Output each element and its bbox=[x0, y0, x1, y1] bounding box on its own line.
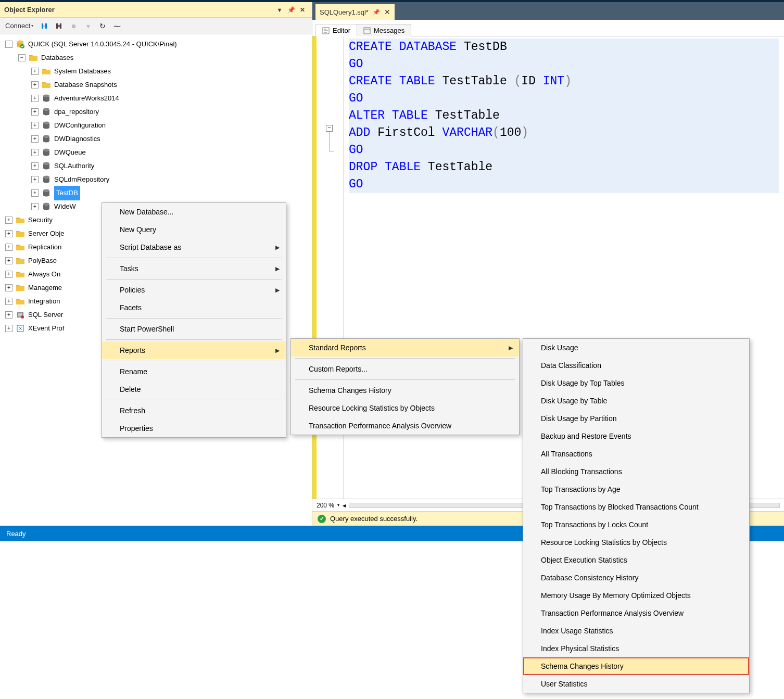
tree-node-db-adventureworks2014[interactable]: +AdventureWorks2014 bbox=[0, 92, 312, 105]
stop-icon[interactable]: ■ bbox=[68, 20, 79, 32]
tree-node-db-dpa_repository[interactable]: +dpa_repository bbox=[0, 105, 312, 119]
menu-item-refresh[interactable]: Refresh bbox=[102, 402, 286, 420]
code-line[interactable]: ALTER TABLE TestTable bbox=[349, 107, 779, 124]
menu-item-new-query[interactable]: New Query bbox=[102, 221, 286, 238]
expander-icon[interactable]: + bbox=[31, 149, 39, 156]
menu-item-script-database-as[interactable]: Script Database as▶ bbox=[102, 238, 286, 256]
tree-node-db-testdb[interactable]: +TestDB bbox=[0, 186, 312, 200]
menu-item-transaction-performance-analysis-overview[interactable]: Transaction Performance Analysis Overvie… bbox=[291, 417, 519, 435]
menu-item-properties[interactable]: Properties bbox=[102, 420, 286, 437]
tree-node-database-snapshots[interactable]: +Database Snapshots bbox=[0, 78, 312, 92]
filter-icon[interactable]: ▾ bbox=[82, 20, 94, 32]
refresh-icon[interactable]: ↻ bbox=[97, 20, 108, 32]
scroll-left-icon[interactable]: ◂ bbox=[343, 502, 346, 509]
expander-icon[interactable]: + bbox=[31, 108, 39, 116]
menu-item-object-execution-statistics[interactable]: Object Execution Statistics bbox=[523, 551, 749, 569]
code-line[interactable]: CREATE DATABASE TestDB bbox=[349, 39, 779, 56]
context-menu-reports[interactable]: Standard Reports▶Custom Reports...Schema… bbox=[290, 338, 520, 435]
code-line[interactable]: GO bbox=[349, 176, 779, 193]
expander-icon[interactable]: + bbox=[31, 95, 39, 102]
tree-node-db-sqlauthority[interactable]: +SQLAuthority bbox=[0, 159, 312, 173]
menu-item-top-transactions-by-locks-count[interactable]: Top Transactions by Locks Count bbox=[523, 516, 749, 533]
menu-item-disk-usage[interactable]: Disk Usage bbox=[523, 339, 749, 357]
expander-icon[interactable]: + bbox=[5, 257, 12, 264]
menu-item-rename[interactable]: Rename bbox=[102, 363, 286, 380]
menu-item-index-usage-statistics[interactable]: Index Usage Statistics bbox=[523, 622, 749, 640]
menu-item-schema-changes-history[interactable]: Schema Changes History bbox=[291, 382, 519, 399]
menu-item-all-transactions[interactable]: All Transactions bbox=[523, 445, 749, 463]
menu-item-resource-locking-statistics-by-objects[interactable]: Resource Locking Statistics by Objects bbox=[291, 399, 519, 417]
expander-icon[interactable]: + bbox=[31, 203, 39, 210]
expander-icon[interactable]: + bbox=[5, 311, 12, 319]
connect-object-explorer-icon[interactable] bbox=[39, 20, 50, 32]
menu-item-resource-locking-statistics-by-objects[interactable]: Resource Locking Statistics by Objects bbox=[523, 533, 749, 551]
disconnect-icon[interactable] bbox=[53, 20, 65, 32]
expander-icon[interactable]: + bbox=[31, 189, 39, 197]
tree-node-system-databases[interactable]: +System Databases bbox=[0, 65, 312, 78]
menu-item-reports[interactable]: Reports▶ bbox=[102, 341, 286, 359]
code-line[interactable]: ADD FirstCol VARCHAR(100) bbox=[349, 124, 779, 142]
menu-item-user-statistics[interactable]: User Statistics bbox=[523, 675, 749, 693]
expander-icon[interactable]: + bbox=[31, 135, 39, 143]
fold-toggle[interactable]: − bbox=[326, 125, 333, 132]
expander-icon[interactable]: + bbox=[5, 230, 12, 237]
chevron-down-icon[interactable]: ▾ bbox=[337, 503, 339, 507]
menu-item-backup-and-restore-events[interactable]: Backup and Restore Events bbox=[523, 427, 749, 445]
tree-node-db-dwdiagnostics[interactable]: +DWDiagnostics bbox=[0, 132, 312, 146]
menu-item-schema-changes-history[interactable]: Schema Changes History bbox=[523, 657, 749, 675]
menu-item-standard-reports[interactable]: Standard Reports▶ bbox=[291, 339, 519, 357]
tree-node-databases[interactable]: −Databases bbox=[0, 51, 312, 65]
menu-item-transaction-performance-analysis-overview[interactable]: Transaction Performance Analysis Overvie… bbox=[523, 604, 749, 622]
menu-item-data-classification[interactable]: Data Classification bbox=[523, 357, 749, 374]
expander-icon[interactable]: + bbox=[31, 81, 39, 88]
tab-editor[interactable]: Editor bbox=[315, 24, 357, 36]
tree-node-server[interactable]: −QUICK (SQL Server 14.0.3045.24 - QUICK\… bbox=[0, 37, 312, 51]
activity-icon[interactable]: ⁓ bbox=[111, 20, 123, 32]
menu-item-disk-usage-by-table[interactable]: Disk Usage by Table bbox=[523, 392, 749, 410]
tab-sqlquery1[interactable]: SQLQuery1.sql* 📌 ✕ bbox=[315, 4, 395, 20]
expander-icon[interactable]: − bbox=[5, 41, 12, 48]
menu-item-disk-usage-by-partition[interactable]: Disk Usage by Partition bbox=[523, 410, 749, 427]
menu-item-new-database[interactable]: New Database... bbox=[102, 203, 286, 221]
expander-icon[interactable]: + bbox=[5, 298, 12, 305]
menu-item-top-transactions-by-age[interactable]: Top Transactions by Age bbox=[523, 480, 749, 498]
tree-node-db-sqldmrepository[interactable]: +SQLdmRepository bbox=[0, 173, 312, 186]
pin-icon[interactable]: 📌 bbox=[286, 5, 296, 15]
menu-item-policies[interactable]: Policies▶ bbox=[102, 281, 286, 299]
expander-icon[interactable]: − bbox=[18, 54, 26, 61]
menu-item-top-transactions-by-blocked-transactions-count[interactable]: Top Transactions by Blocked Transactions… bbox=[523, 498, 749, 516]
code-line[interactable]: GO bbox=[349, 142, 779, 159]
expander-icon[interactable]: + bbox=[5, 284, 12, 291]
dropdown-icon[interactable]: ▾ bbox=[274, 5, 285, 15]
tree-node-db-dwconfiguration[interactable]: +DWConfiguration bbox=[0, 119, 312, 132]
code-line[interactable]: CREATE TABLE TestTable (ID INT) bbox=[349, 73, 779, 90]
expander-icon[interactable]: + bbox=[5, 217, 12, 224]
code-line[interactable]: GO bbox=[349, 90, 779, 107]
zoom-value[interactable]: 200 % bbox=[317, 502, 334, 509]
expander-icon[interactable]: + bbox=[5, 325, 12, 332]
expander-icon[interactable]: + bbox=[5, 271, 12, 278]
menu-item-delete[interactable]: Delete bbox=[102, 380, 286, 398]
tab-messages[interactable]: Messages bbox=[357, 24, 411, 36]
menu-item-database-consistency-history[interactable]: Database Consistency History bbox=[523, 569, 749, 587]
menu-item-disk-usage-by-top-tables[interactable]: Disk Usage by Top Tables bbox=[523, 374, 749, 392]
connect-button[interactable]: Connect ▾ bbox=[3, 21, 35, 31]
pin-icon[interactable]: 📌 bbox=[373, 9, 380, 16]
context-menu-standard-reports[interactable]: Disk UsageData ClassificationDisk Usage … bbox=[523, 338, 750, 693]
context-menu-database[interactable]: New Database...New QueryScript Database … bbox=[102, 202, 286, 438]
menu-item-memory-usage-by-memory-optimized-objects[interactable]: Memory Usage By Memory Optimized Objects bbox=[523, 587, 749, 604]
code-line[interactable]: DROP TABLE TestTable bbox=[349, 159, 779, 176]
menu-item-facets[interactable]: Facets bbox=[102, 299, 286, 316]
expander-icon[interactable]: + bbox=[31, 122, 39, 129]
tree-node-db-dwqueue[interactable]: +DWQueue bbox=[0, 146, 312, 159]
expander-icon[interactable]: + bbox=[31, 176, 39, 183]
menu-item-all-blocking-transactions[interactable]: All Blocking Transactions bbox=[523, 463, 749, 480]
menu-item-start-powershell[interactable]: Start PowerShell bbox=[102, 320, 286, 338]
expander-icon[interactable]: + bbox=[31, 162, 39, 170]
menu-item-tasks[interactable]: Tasks▶ bbox=[102, 260, 286, 277]
close-icon[interactable]: ✕ bbox=[297, 5, 308, 15]
menu-item-index-physical-statistics[interactable]: Index Physical Statistics bbox=[523, 640, 749, 657]
close-icon[interactable]: ✕ bbox=[384, 8, 390, 16]
menu-item-custom-reports[interactable]: Custom Reports... bbox=[291, 360, 519, 378]
code-line[interactable]: GO bbox=[349, 56, 779, 73]
